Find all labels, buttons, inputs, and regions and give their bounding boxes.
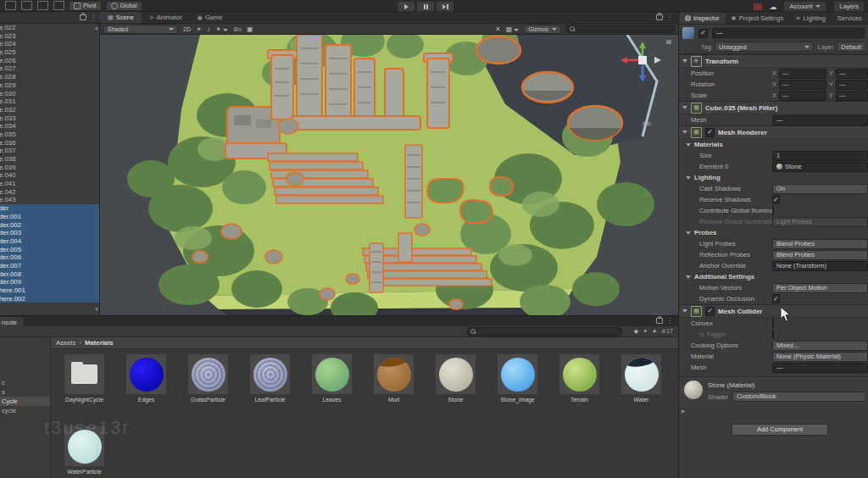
favorite-star-icon[interactable]: ★ [652, 328, 657, 335]
hierarchy-item-selected[interactable]: der.007 [0, 262, 99, 270]
tab-game[interactable]: ◉ Game [190, 12, 231, 23]
grid-toggle-icon[interactable]: ▣ [247, 25, 253, 33]
property-group-header[interactable]: Materials [679, 139, 868, 150]
asset-item[interactable]: GrassParticle [188, 354, 228, 394]
lock-icon[interactable] [80, 14, 86, 20]
hierarchy-item[interactable]: e.037 [0, 147, 99, 155]
hierarchy-item-selected[interactable]: der.001 [0, 213, 99, 221]
axis-y-field[interactable]: — [836, 91, 868, 101]
hierarchy-item[interactable]: e.025 [0, 48, 99, 57]
hierarchy-item[interactable]: e.027 [0, 64, 99, 73]
lighting-toggle-icon[interactable]: ☀ [196, 25, 202, 33]
tools-icon[interactable]: ✕ [495, 25, 501, 33]
scene-search-input[interactable] [566, 25, 675, 33]
property-dropdown[interactable]: Per Object Motion [772, 283, 868, 293]
object-reference-field[interactable]: Stone [772, 162, 868, 172]
2d-toggle[interactable]: 2D [183, 26, 191, 32]
hierarchy-item[interactable]: e.042 [0, 188, 99, 197]
tag-dropdown[interactable]: Untagged [715, 42, 814, 52]
layer-dropdown[interactable]: Default [837, 42, 865, 52]
hierarchy-item[interactable]: e.034 [0, 122, 99, 131]
panel-menu-icon[interactable]: ⋮ [666, 319, 673, 324]
tab-project-settings[interactable]: ✱ Project Settings [726, 13, 789, 24]
breadcrumb[interactable]: Assets › Materials [51, 337, 678, 349]
property-group-header[interactable]: Lighting [679, 172, 868, 183]
axis-x-field[interactable]: — [779, 91, 826, 101]
hierarchy-item[interactable]: e.036 [0, 139, 99, 147]
tab-services[interactable]: Services [832, 13, 868, 24]
audio-toggle-icon[interactable]: ♪ [207, 25, 210, 33]
hierarchy-item[interactable]: e.040 [0, 171, 99, 180]
tab-lighting[interactable]: ☀ Lighting [789, 13, 832, 24]
rect-tool-icon[interactable] [21, 1, 32, 10]
property-checkbox[interactable] [772, 319, 774, 328]
tab-scene[interactable]: ▦ Scene [100, 12, 142, 23]
hierarchy-item[interactable]: e.030 [0, 90, 99, 98]
foldout-icon[interactable] [682, 59, 687, 63]
hierarchy-item-selected[interactable]: der.008 [0, 270, 99, 279]
axis-y-field[interactable]: — [836, 80, 868, 90]
tab-animator[interactable]: ≻ Animator [142, 12, 190, 23]
asset-item[interactable]: DayNightCycle [64, 354, 104, 394]
tab-inspector[interactable]: i Inspector [679, 13, 726, 24]
hierarchy-item[interactable]: e.029 [0, 81, 99, 90]
component-enabled-checkbox[interactable]: ✓ [705, 307, 715, 316]
tree-item[interactable]: Cycle [0, 397, 50, 406]
panel-menu-icon[interactable]: ⋮ [90, 15, 97, 20]
active-checkbox[interactable]: ✓ [698, 29, 708, 38]
hierarchy-item[interactable]: e.028 [0, 73, 99, 81]
property-checkbox[interactable]: ✓ [772, 195, 780, 204]
camera-dropdown-icon[interactable]: ▦ [506, 25, 520, 33]
hierarchy-item-selected[interactable]: here.002 [0, 295, 99, 303]
component-header[interactable]: ▦✓Mesh Renderer [679, 125, 868, 139]
foldout-icon[interactable] [682, 131, 687, 134]
foldout-icon[interactable] [686, 275, 691, 279]
move-tool-icon[interactable] [5, 1, 16, 10]
component-header[interactable]: ✛Transform [679, 54, 868, 68]
property-value-field[interactable]: — [772, 115, 868, 125]
cloud-icon[interactable]: ☁ [769, 3, 776, 10]
foldout-icon[interactable] [686, 231, 691, 235]
hierarchy-item-selected[interactable]: der.006 [0, 253, 99, 262]
panel-menu-icon[interactable]: ⋮ [666, 15, 673, 20]
asset-item[interactable]: Leaves [312, 354, 352, 394]
droplet-icon[interactable]: ◆ [634, 328, 638, 335]
property-value-field[interactable]: None (Transform) [772, 261, 868, 271]
asset-item[interactable]: Edges [126, 354, 166, 394]
custom-tool-icon[interactable] [53, 1, 64, 10]
collab-icon[interactable] [754, 3, 762, 10]
property-dropdown[interactable]: None (Physic Material) [772, 352, 868, 362]
breadcrumb-current[interactable]: Materials [85, 339, 114, 347]
tree-item[interactable]: c [0, 378, 50, 387]
shader-dropdown[interactable]: Custom/Block [732, 392, 865, 402]
scroll-up-icon[interactable]: ▲ [94, 25, 99, 31]
hidden-count-icon[interactable]: ⊘17 [661, 328, 673, 335]
tag-icon[interactable]: ✦ [643, 328, 648, 335]
hierarchy-item-selected[interactable]: der.002 [0, 221, 99, 230]
hierarchy-item-selected[interactable]: der [0, 204, 99, 213]
hierarchy-item[interactable]: e.026 [0, 57, 99, 65]
hierarchy-item-selected[interactable]: here.001 [0, 286, 99, 295]
property-dropdown[interactable]: Mixed... [772, 341, 868, 351]
hierarchy-item-selected[interactable]: der.004 [0, 237, 99, 246]
account-dropdown[interactable]: Account [783, 1, 826, 12]
foldout-icon[interactable] [686, 176, 691, 180]
hierarchy-item[interactable]: e.024 [0, 40, 99, 48]
scene-viewport[interactable]: Iso [100, 35, 678, 315]
expander-icon[interactable]: ▶ [682, 408, 868, 414]
hierarchy-item-selected[interactable]: der.009 [0, 278, 99, 286]
gameobject-name-field[interactable]: — [712, 28, 865, 38]
property-group-header[interactable]: Probes [679, 227, 868, 238]
tree-item[interactable]: cycle [0, 406, 50, 415]
property-checkbox[interactable] [772, 330, 774, 339]
hierarchy-item[interactable]: e.022 [0, 24, 99, 32]
hierarchy-item[interactable]: e.023 [0, 32, 99, 41]
hierarchy-item[interactable]: e.041 [0, 180, 99, 188]
asset-item[interactable]: Mud [374, 354, 414, 394]
global-toggle-button[interactable]: Global [106, 1, 142, 11]
component-header[interactable]: ▦✓Mesh Collider [679, 304, 868, 318]
axis-x-field[interactable]: — [779, 80, 826, 90]
hierarchy-item-selected[interactable]: der.003 [0, 229, 99, 237]
property-dropdown[interactable]: Light Probes [772, 217, 868, 227]
foldout-icon[interactable] [682, 309, 687, 313]
